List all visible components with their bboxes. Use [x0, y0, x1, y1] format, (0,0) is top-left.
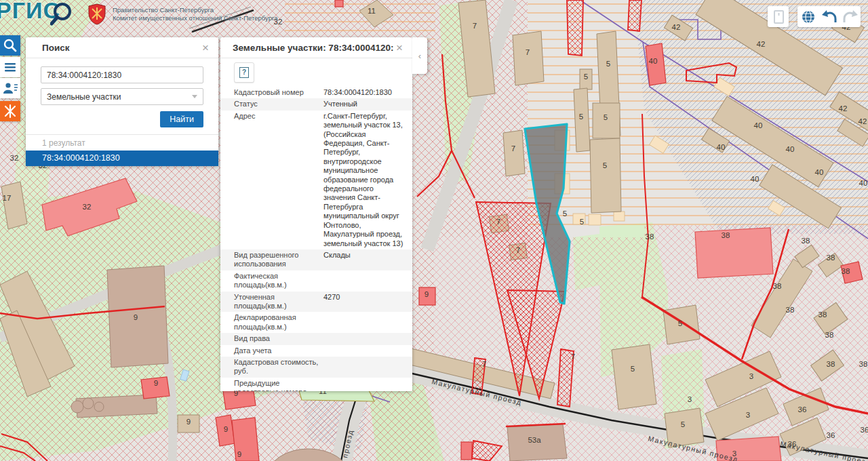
- redo-icon: [842, 8, 859, 26]
- map-number-label: 38: [773, 282, 782, 290]
- detail-value: г.Санкт-Петербург, земельный участок 13,…: [323, 112, 406, 248]
- map-number-label: 38: [646, 233, 654, 241]
- detail-label: Декларированная площадь(кв.м.): [234, 313, 319, 332]
- detail-label: Статус: [234, 100, 319, 108]
- map-number-label: 5: [604, 113, 608, 121]
- map-number-label: 9: [134, 313, 138, 321]
- map-number-label: 38: [859, 360, 868, 368]
- detail-label: Предыдущие кадастровые номера: [234, 379, 319, 391]
- detail-label: Кадастровый номер: [234, 88, 319, 97]
- detail-row: Кадастровая стоимость, руб.: [220, 357, 412, 378]
- map-number-label: 42: [672, 23, 681, 31]
- map-number-label: 5: [681, 420, 685, 428]
- map-number-label: 38: [827, 254, 835, 262]
- map-number-label: 5: [603, 161, 607, 169]
- map-number-label: 38: [786, 306, 795, 314]
- map-number-label: 40: [649, 57, 658, 65]
- frame-button[interactable]: [768, 6, 789, 27]
- map-number-label: 7: [496, 218, 500, 226]
- frame-icon: [768, 7, 789, 27]
- identify-tool-button[interactable]: ?: [234, 62, 254, 83]
- details-panel-header: Земельные участки: 78:34:0004120:1830 ×: [220, 37, 412, 58]
- detail-value: [323, 334, 406, 343]
- map-number-label: 42: [839, 104, 848, 113]
- detail-value: [323, 358, 406, 376]
- detail-label: Вид разрешенного использования: [234, 251, 319, 269]
- map-number-label: 36: [827, 431, 835, 439]
- detail-value: [323, 313, 406, 332]
- map-number-label: 9: [186, 418, 191, 426]
- map-number-label: 7: [526, 48, 530, 56]
- details-panel-title: Земельные участки: 78:34:0004120:1830: [233, 43, 393, 53]
- org-line2: Комитет имущественных отношений Санкт-Пе…: [113, 14, 278, 22]
- map-number-label: 5: [606, 60, 610, 68]
- redo-button[interactable]: [840, 6, 861, 27]
- layer-select[interactable]: Земельные участки: [41, 88, 203, 105]
- map-number-label: 32: [10, 154, 19, 162]
- map-number-label: 7: [511, 144, 515, 153]
- detail-row: Уточненная площадь(кв.м.)4270: [220, 292, 412, 313]
- map-number-label: 5: [563, 209, 567, 218]
- map-number-label: 11: [368, 7, 376, 15]
- map-number-label: 40: [751, 175, 760, 183]
- detail-value: 78:34:0004120:1830: [323, 88, 406, 97]
- search-panel: Поиск × Земельные участки Найти 1 резуль…: [26, 37, 218, 166]
- close-icon[interactable]: ×: [199, 41, 212, 55]
- map-number-label: 5: [580, 218, 584, 226]
- detail-row: Вид права: [220, 333, 412, 344]
- undo-button[interactable]: [818, 6, 840, 27]
- panel-collapse-tab[interactable]: ‹: [412, 37, 427, 74]
- close-icon[interactable]: ×: [393, 41, 406, 55]
- map-number-label: 40: [786, 145, 795, 153]
- app-window: 3211777777742424242424040404040404055555…: [0, 0, 868, 461]
- sidebar-search-button[interactable]: [0, 35, 20, 56]
- map-number-label: 5: [584, 73, 588, 81]
- logo-magnifier-icon: [50, 1, 77, 26]
- globe-button[interactable]: [797, 6, 818, 27]
- search-input[interactable]: [41, 66, 203, 83]
- map-number-label: 38: [818, 310, 827, 319]
- search-icon: [1, 37, 19, 54]
- spb-coat-of-arms-icon: [87, 3, 106, 25]
- results-count: 1 результат: [26, 134, 218, 151]
- map-number-label: 3: [746, 411, 750, 419]
- map-number-label: 7: [482, 360, 486, 368]
- sidebar-user-layers-button[interactable]: [0, 78, 20, 98]
- sidebar-kio-button[interactable]: [0, 101, 20, 121]
- detail-value: Учтенный: [323, 100, 406, 108]
- search-panel-title: Поиск: [42, 43, 199, 53]
- detail-value: [323, 346, 406, 355]
- detail-value: Склады: [323, 251, 406, 269]
- map-number-label: 9: [224, 425, 228, 433]
- detail-value: 4270: [323, 293, 406, 311]
- detail-row: Адресг.Санкт-Петербург, земельный участо…: [220, 111, 412, 249]
- find-button[interactable]: Найти: [160, 111, 203, 127]
- detail-row: Дата учета: [220, 345, 412, 357]
- map-number-label: 53а: [528, 436, 541, 444]
- detail-row: Фактическая площадь(кв.м.): [220, 270, 412, 292]
- detail-row: СтатусУчтенный: [220, 98, 412, 110]
- map-number-label: 40: [815, 168, 824, 176]
- user-layers-icon: [1, 79, 19, 97]
- detail-row: Вид разрешенного использованияСклады: [220, 249, 412, 270]
- search-result-item[interactable]: 78:34:0004120:1830: [26, 151, 218, 166]
- map-number-label: 3: [688, 395, 692, 403]
- map-number-label: 36: [798, 405, 807, 414]
- menu-icon: [1, 58, 19, 76]
- detail-label: Дата учета: [234, 346, 319, 355]
- detail-row: Кадастровый номер78:34:0004120:1830: [220, 87, 412, 98]
- chevron-left-icon: ‹: [418, 51, 421, 61]
- globe-icon: [800, 9, 816, 25]
- detail-label: Уточненная площадь(кв.м.): [234, 293, 319, 311]
- details-table: Кадастровый номер78:34:0004120:1830Стату…: [220, 87, 412, 391]
- map-number-label: 17: [3, 194, 12, 202]
- detail-label: Кадастровая стоимость, руб.: [234, 358, 319, 376]
- map-number-label: 5: [631, 365, 635, 373]
- map-number-label: 42: [757, 40, 766, 48]
- identify-question-icon: ?: [239, 67, 249, 78]
- detail-value: [323, 379, 406, 391]
- parcel-details-panel: Земельные участки: 78:34:0004120:1830 × …: [220, 37, 412, 391]
- map-number-label: 38: [825, 331, 834, 339]
- sidebar-menu-button[interactable]: [0, 57, 20, 77]
- map-number-label: 7: [516, 246, 520, 254]
